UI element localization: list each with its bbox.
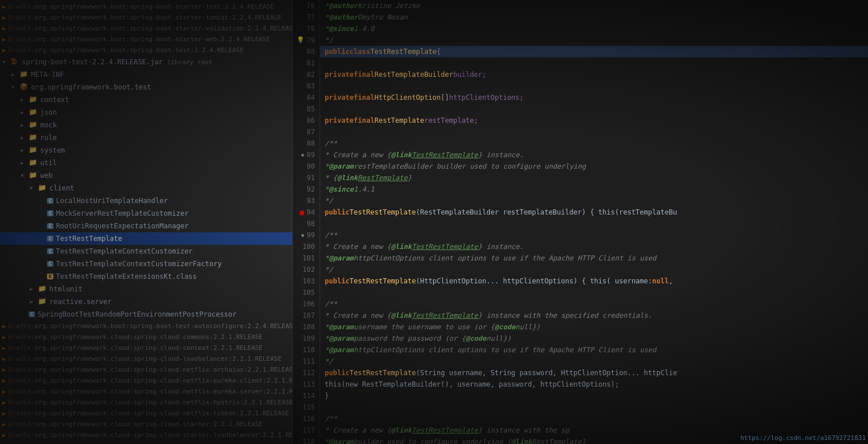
line-num-87: 87: [295, 126, 315, 138]
line-number-label: 109: [302, 333, 315, 344]
tree-item-web[interactable]: ▼📁web: [0, 169, 292, 182]
gradle-item-gradle-validation[interactable]: ▶Gradle: org.springframework.boot:spring…: [0, 23, 292, 34]
code-line-114[interactable]: }: [320, 390, 868, 402]
tree-item-TestRestTemplateContextCustomizerFactory[interactable]: CTestRestTemplateContextCustomizerFactor…: [0, 258, 292, 270]
tree-item-reactive-server[interactable]: ▶📁reactive.server: [0, 295, 292, 308]
line-num-92: 92: [295, 184, 315, 195]
code-line-78[interactable]: * @since 1.4.0: [320, 23, 868, 34]
code-line-89[interactable]: * Create a new {@link TestRestTemplate} …: [320, 149, 868, 161]
line-num-78: 78: [295, 23, 315, 34]
tree-item-rule[interactable]: ▶📁rule: [0, 131, 292, 144]
tree-item-htmlunit[interactable]: ▶📁htmlunit: [0, 283, 292, 295]
code-line-99[interactable]: /**: [320, 229, 868, 241]
gradle-item-gradle-cloud-loadbalancer[interactable]: ▶Gradle: org.springframework.cloud:sprin…: [0, 353, 292, 364]
code-line-110[interactable]: * @param httpClientOptions client option…: [320, 344, 868, 356]
tree-item-SpringBootTestRandomPortEnvironmentPostProcessor[interactable]: CSpringBootTestRandomPortEnvironmentPost…: [0, 308, 292, 321]
tree-item-TestRestTemplate[interactable]: CTestRestTemplate: [0, 232, 292, 245]
line-number-label: 76: [307, 0, 315, 11]
gradle-item-gradle-cloud-ribbon[interactable]: ▶Gradle: org.springframework.cloud:sprin…: [0, 408, 292, 419]
gradle-item-gradle-web[interactable]: ▶Gradle: org.springframework.boot:spring…: [0, 34, 292, 45]
gradle-item-gradle-boot-test[interactable]: ▶Gradle: org.springframework.boot:spring…: [0, 45, 292, 56]
gradle-item-gradle-cloud-starter[interactable]: ▶Gradle: org.springframework.cloud:sprin…: [0, 419, 292, 430]
tree-item-system[interactable]: ▶📁system: [0, 144, 292, 157]
code-line-82[interactable]: private final RestTemplateBuilder builde…: [320, 69, 868, 80]
code-line-79[interactable]: */: [320, 34, 868, 46]
gradle-item-gradle-autoconfigure[interactable]: ▶Gradle: org.springframework.boot:spring…: [0, 321, 292, 332]
gradle-item-gradle-cloud-eureka-server[interactable]: ▶Gradle: org.springframework.cloud:sprin…: [0, 386, 292, 397]
code-line-87[interactable]: [320, 126, 868, 138]
code-line-81[interactable]: [320, 57, 868, 69]
line-num-85: 85: [295, 103, 315, 115]
line-number-label: 98: [307, 218, 315, 229]
code-line-93[interactable]: */: [320, 195, 868, 207]
code-line-109[interactable]: * @param password the password (or {@cod…: [320, 333, 868, 344]
code-line-101[interactable]: * @param httpClientOptions client option…: [320, 252, 868, 264]
code-line-103[interactable]: public TestRestTemplate(HttpClientOption…: [320, 275, 868, 287]
tree-item-spring-boot-test-jar[interactable]: ▼🗜spring-boot-test-2.2.4.RELEASE.jar lib…: [0, 56, 292, 68]
tree-item-RootUriRequestExpectationManager[interactable]: CRootUriRequestExpectationManager: [0, 220, 292, 232]
code-line-105[interactable]: [320, 287, 868, 298]
code-line-76[interactable]: * @author Kristine Jetzke: [320, 0, 868, 11]
code-line-80[interactable]: public class TestRestTemplate {: [320, 46, 868, 57]
gradle-item-gradle-cloud-commons[interactable]: ▶Gradle: org.springframework.cloud:sprin…: [0, 332, 292, 342]
line-number-label: 78: [307, 23, 315, 34]
line-num-76: 76: [295, 0, 315, 11]
code-line-88[interactable]: /**: [320, 138, 868, 149]
tree-item-LocalHostUriTemplateHandler[interactable]: CLocalHostUriTemplateHandler: [0, 194, 292, 207]
code-line-111[interactable]: */: [320, 356, 868, 367]
line-num-86: 86: [295, 115, 315, 126]
code-line-100[interactable]: * Create a new {@link TestRestTemplate} …: [320, 241, 868, 252]
line-number-label: 88: [307, 138, 315, 149]
line-number-label: 117: [302, 424, 315, 436]
code-line-108[interactable]: * @param username the username to use (o…: [320, 321, 868, 333]
tree-item-MockServerRestTemplateCustomizer[interactable]: CMockServerRestTemplateCustomizer: [0, 207, 292, 220]
line-num-114: 114: [295, 390, 315, 402]
code-line-86[interactable]: private final RestTemplate restTemplate;: [320, 115, 868, 126]
line-number-label: 114: [302, 390, 315, 402]
gradle-item-gradle-cloud-hystrix[interactable]: ▶Gradle: org.springframework.cloud:sprin…: [0, 397, 292, 408]
tree-item-client[interactable]: ▼📁client: [0, 182, 292, 194]
code-line-94[interactable]: public TestRestTemplate(RestTemplateBuil…: [320, 207, 868, 218]
gradle-item-gradle-cloud-starter-loadbalancer[interactable]: ▶Gradle: org.springframework.cloud:sprin…: [0, 430, 292, 441]
bulb-icon[interactable]: 💡: [297, 34, 305, 46]
breakpoint-icon[interactable]: ●: [299, 207, 304, 218]
line-num-94: ●94: [295, 207, 315, 218]
tree-item-json[interactable]: ▶📁json: [0, 106, 292, 119]
code-line-112[interactable]: public TestRestTemplate(String username,…: [320, 367, 868, 379]
code-line-90[interactable]: * @param restTemplateBuilder builder use…: [320, 161, 868, 172]
line-num-98: 98: [295, 218, 315, 229]
code-editor: 767778💡79808182838485868788◆8990919293●9…: [293, 0, 868, 444]
line-number-label: 82: [307, 69, 315, 80]
tree-item-org.springboot.test[interactable]: ▼📦org.springframework.boot.test: [0, 81, 292, 94]
gradle-item-gradle-spring-test-2[interactable]: ▶Gradle: org.springframework.boot:spring…: [0, 1, 292, 12]
code-line-116[interactable]: /**: [320, 413, 868, 424]
line-number-label: 106: [302, 298, 315, 310]
code-line-102[interactable]: */: [320, 264, 868, 275]
line-num-99: ◆99: [295, 229, 315, 241]
code-line-85[interactable]: [320, 103, 868, 115]
tree-item-util[interactable]: ▶📁util: [0, 157, 292, 169]
gradle-item-gradle-tomcat[interactable]: ▶Gradle: org.springframework.boot:spring…: [0, 12, 292, 23]
code-line-84[interactable]: private final HttpClientOption[] httpCli…: [320, 92, 868, 103]
code-area: 767778💡79808182838485868788◆8990919293●9…: [293, 0, 868, 444]
code-line-115[interactable]: [320, 402, 868, 413]
code-line-106[interactable]: /**: [320, 298, 868, 310]
line-number-label: 100: [302, 241, 315, 252]
code-line-98[interactable]: [320, 218, 868, 229]
code-line-77[interactable]: * @author Dmytro Nosan: [320, 11, 868, 23]
line-number-label: 118: [302, 436, 315, 444]
tree-item-mock[interactable]: ▶📁mock: [0, 119, 292, 131]
tree-item-TestRestTemplateContextCustomizer[interactable]: CTestRestTemplateContextCustomizer: [0, 245, 292, 258]
tree-item-META-INF[interactable]: ▶📁META-INF: [0, 68, 292, 81]
code-line-83[interactable]: [320, 80, 868, 92]
code-line-92[interactable]: * @since 1.4.1: [320, 184, 868, 195]
tree-item-context[interactable]: ▶📁context: [0, 94, 292, 106]
line-number-label: 112: [302, 367, 315, 379]
gradle-item-gradle-cloud-archaius[interactable]: ▶Gradle: org.springframework.cloud:sprin…: [0, 364, 292, 375]
gradle-item-gradle-cloud-context[interactable]: ▶Gradle: org.springframework.cloud:sprin…: [0, 342, 292, 353]
code-line-113[interactable]: this(new RestTemplateBuilder(), username…: [320, 379, 868, 390]
code-line-91[interactable]: * {@link RestTemplate}: [320, 172, 868, 184]
gradle-item-gradle-cloud-eureka-client[interactable]: ▶Gradle: org.springframework.cloud:sprin…: [0, 375, 292, 386]
tree-item-TestRestTemplateExtensionsKt[interactable]: KTestRestTemplateExtensionsKt.class: [0, 270, 292, 283]
code-line-107[interactable]: * Create a new {@link TestRestTemplate} …: [320, 310, 868, 321]
